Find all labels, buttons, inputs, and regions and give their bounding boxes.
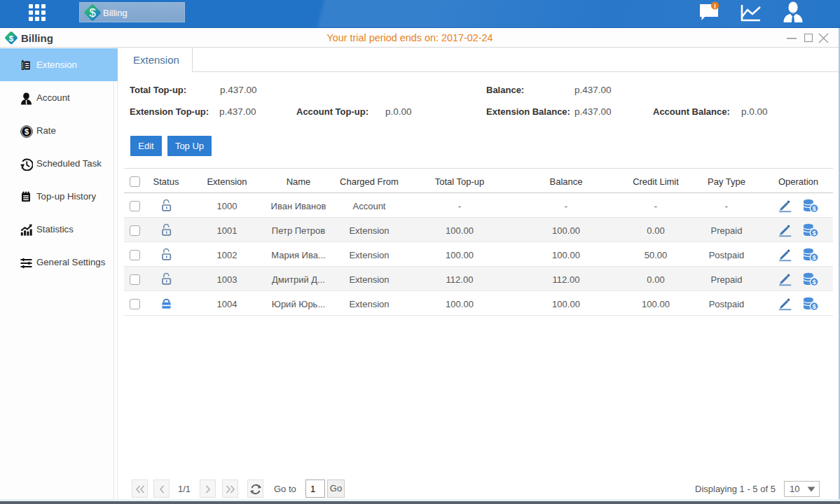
svg-text:$: $ [812,253,816,261]
svg-text:$: $ [812,204,816,212]
svg-text:$: $ [89,6,95,19]
svg-text:$: $ [25,127,29,136]
svg-text:!: ! [714,2,716,10]
svg-text:$: $ [812,302,816,310]
svg-text:$: $ [812,278,816,286]
svg-text:$: $ [812,229,816,237]
